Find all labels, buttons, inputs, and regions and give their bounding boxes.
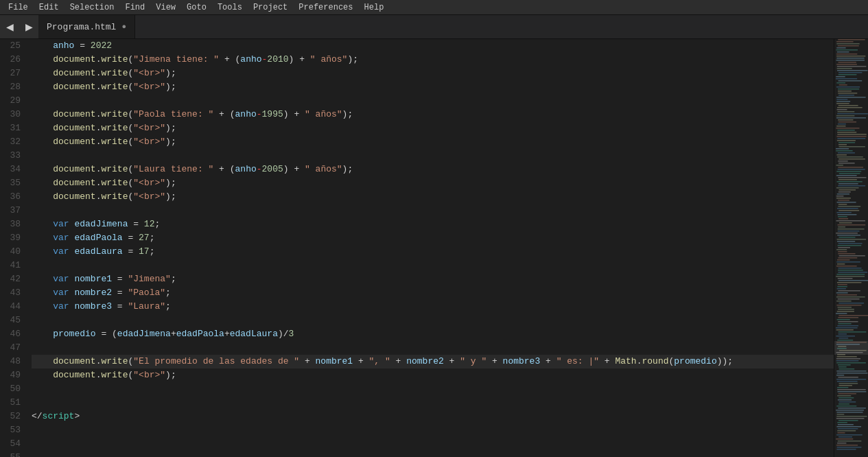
nav-prev-button[interactable]: ◀ — [0, 15, 19, 38]
editor: 25 26 27 28 29 30 31 32 33 34 35 36 37 3… — [0, 39, 868, 457]
ln-33: 33 — [5, 149, 21, 163]
code-line-52: </script> — [32, 410, 834, 423]
code-line-40: var edadLaura = 17; — [32, 245, 834, 259]
ln-26: 26 — [5, 53, 21, 67]
code-line-49: document.write("<br>"); — [32, 368, 834, 382]
ln-48: 48 — [5, 355, 21, 368]
code-line-54 — [32, 437, 834, 451]
ln-30: 30 — [5, 108, 21, 121]
code-line-53 — [32, 423, 834, 437]
code-line-39: var edadPaola = 27; — [32, 231, 834, 245]
ln-25: 25 — [5, 39, 21, 53]
menu-project[interactable]: Project — [248, 1, 293, 14]
code-line-27: document.write("<br>"); — [32, 67, 834, 80]
ln-52: 52 — [5, 410, 21, 423]
ln-55: 55 — [5, 451, 21, 457]
line-numbers: 25 26 27 28 29 30 31 32 33 34 35 36 37 3… — [0, 39, 29, 457]
tabbar: ◀ ▶ Programa.html ● — [0, 15, 868, 39]
menu-tools[interactable]: Tools — [212, 1, 248, 14]
menu-file[interactable]: File — [3, 1, 34, 14]
code-line-37 — [32, 204, 834, 218]
ln-31: 31 — [5, 121, 21, 135]
code-line-41 — [32, 259, 834, 272]
code-line-30: document.write("Paola tiene: " + (anho-1… — [32, 108, 834, 121]
code-content[interactable]: anho = 2022 document.write("Jimena tiene… — [29, 39, 834, 457]
code-line-42: var nombre1 = "Jimena"; — [32, 272, 834, 286]
minimap — [834, 39, 868, 457]
ln-38: 38 — [5, 218, 21, 231]
code-line-44: var nombre3 = "Laura"; — [32, 300, 834, 314]
code-line-38: var edadJimena = 12; — [32, 218, 834, 231]
ln-35: 35 — [5, 176, 21, 190]
ln-54: 54 — [5, 437, 21, 451]
code-line-26: document.write("Jimena tiene: " + (anho-… — [32, 53, 834, 67]
ln-51: 51 — [5, 396, 21, 410]
code-line-31: document.write("<br>"); — [32, 121, 834, 135]
ln-49: 49 — [5, 368, 21, 382]
ln-43: 43 — [5, 286, 21, 300]
ln-27: 27 — [5, 67, 21, 80]
tab-programa[interactable]: Programa.html ● — [38, 15, 135, 38]
code-line-33 — [32, 149, 834, 163]
ln-50: 50 — [5, 382, 21, 396]
code-line-35: document.write("<br>"); — [32, 176, 834, 190]
ln-37: 37 — [5, 204, 21, 218]
ln-53: 53 — [5, 423, 21, 437]
ln-29: 29 — [5, 94, 21, 108]
ln-40: 40 — [5, 245, 21, 259]
menubar: File Edit Selection Find View Goto Tools… — [0, 0, 868, 15]
code-line-47 — [32, 341, 834, 355]
tab-close-button[interactable]: ● — [121, 23, 126, 31]
ln-28: 28 — [5, 80, 21, 94]
code-line-43: var nombre2 = "Paola"; — [32, 286, 834, 300]
ln-45: 45 — [5, 314, 21, 327]
code-line-48: document.write("El promedio de las edade… — [32, 355, 834, 368]
ln-41: 41 — [5, 259, 21, 272]
ln-39: 39 — [5, 231, 21, 245]
ln-42: 42 — [5, 272, 21, 286]
code-line-28: document.write("<br>"); — [32, 80, 834, 94]
nav-next-button[interactable]: ▶ — [19, 15, 38, 38]
code-line-32: document.write("<br>"); — [32, 135, 834, 149]
code-line-34: document.write("Laura tiene: " + (anho-2… — [32, 163, 834, 176]
code-line-51 — [32, 396, 834, 410]
ln-44: 44 — [5, 300, 21, 314]
menu-preferences[interactable]: Preferences — [293, 1, 358, 14]
code-line-25: anho = 2022 — [32, 39, 834, 53]
code-line-55 — [32, 451, 834, 457]
ln-47: 47 — [5, 341, 21, 355]
code-line-46: promedio = (edadJimena+edadPaola+edadLau… — [32, 327, 834, 341]
ln-36: 36 — [5, 190, 21, 204]
ln-46: 46 — [5, 327, 21, 341]
menu-selection[interactable]: Selection — [64, 1, 120, 14]
ln-34: 34 — [5, 163, 21, 176]
tab-filename: Programa.html — [47, 22, 116, 32]
code-line-29 — [32, 94, 834, 108]
menu-view[interactable]: View — [150, 1, 181, 14]
menu-goto[interactable]: Goto — [181, 1, 212, 14]
code-line-45 — [32, 314, 834, 327]
code-line-36: document.write("<br>"); — [32, 190, 834, 204]
ln-32: 32 — [5, 135, 21, 149]
menu-find[interactable]: Find — [119, 1, 150, 14]
menu-edit[interactable]: Edit — [34, 1, 64, 14]
menu-help[interactable]: Help — [359, 1, 390, 14]
minimap-canvas — [834, 39, 868, 457]
code-line-50 — [32, 382, 834, 396]
